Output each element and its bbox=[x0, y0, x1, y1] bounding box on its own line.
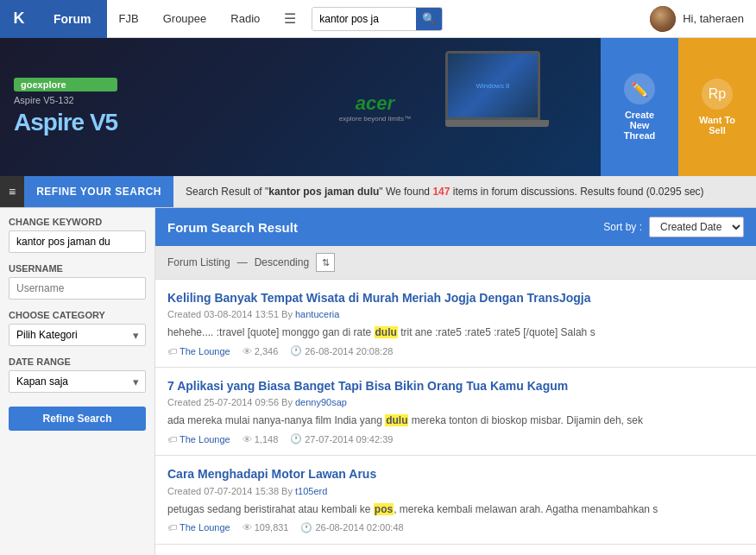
goexplore-label: goexplore bbox=[14, 78, 117, 91]
listing-label: Forum Listing bbox=[167, 256, 230, 268]
avatar bbox=[650, 6, 676, 32]
forum-item-excerpt: ada mereka mulai nanya-nanya film India … bbox=[167, 413, 744, 428]
banner: goexplore Aspire V5-132 Aspire V5 acer e… bbox=[0, 38, 756, 176]
forum-item-meta: Created 07-07-2014 15:38 By t105erd bbox=[167, 486, 744, 496]
category-section: CHOOSE CATEGORY Pilih Kategori bbox=[9, 310, 146, 346]
navbar: K Forum FJB Groupee Radio ☰ 🔍 Hi, tahera… bbox=[0, 0, 756, 38]
banner-acer-left: goexplore Aspire V5-132 Aspire V5 acer e… bbox=[0, 38, 601, 176]
forum-item-title[interactable]: 7 Aplikasi yang Biasa Banget Tapi Bisa B… bbox=[167, 378, 744, 394]
forum-item-footer: 🏷 The Lounge 👁 109,831 🕐 26-08-2014 02:0… bbox=[167, 522, 744, 533]
keyword-input[interactable] bbox=[9, 230, 146, 253]
username-section: USERNAME bbox=[9, 263, 146, 300]
sell-icon: Rp bbox=[702, 79, 733, 110]
list-icon[interactable]: ☰ bbox=[277, 10, 303, 27]
groupee-nav-item[interactable]: Groupee bbox=[151, 0, 219, 38]
site-logo[interactable]: K bbox=[0, 0, 38, 38]
forum-item-footer: 🏷 The Lounge 👁 2,346 🕐 26-08-2014 20:08:… bbox=[167, 345, 744, 356]
forum-item-footer: 🏷 The Lounge 👁 1,148 🕐 27-07-2014 09:42:… bbox=[167, 433, 744, 445]
clock-icon: 🕐 bbox=[290, 433, 302, 445]
forum-result-item: Cara Menghadapi Motor Lawan Arus Created… bbox=[155, 456, 756, 544]
category-label: CHOOSE CATEGORY bbox=[9, 310, 146, 320]
user-greeting: Hi, taheraen bbox=[683, 12, 744, 25]
forum-result-item: 7 Aplikasi yang Biasa Banget Tapi Bisa B… bbox=[155, 368, 756, 456]
forum-nav-item[interactable]: Forum bbox=[38, 0, 107, 38]
sort-label: Sort by : bbox=[603, 221, 642, 233]
content-area: Forum Search Result Sort by : Created Da… bbox=[155, 208, 756, 555]
aspire-model: Aspire V5-132 bbox=[14, 95, 117, 105]
forum-item-date: 🕐 26-08-2014 02:00:48 bbox=[300, 522, 403, 533]
listing-order: Descending bbox=[255, 256, 309, 268]
date-select[interactable]: Kapan saja bbox=[9, 370, 146, 393]
highlight: dulu bbox=[375, 326, 398, 338]
screen-text: Windows 8 bbox=[476, 82, 509, 90]
category-link[interactable]: The Lounge bbox=[180, 346, 230, 356]
eye-icon: 👁 bbox=[243, 346, 252, 356]
forum-item-title[interactable]: Cara Menghadapi Motor Lawan Arus bbox=[167, 466, 744, 482]
result-count: 147 bbox=[432, 186, 450, 198]
acer-logo-area: acer explore beyond limits™ bbox=[339, 92, 411, 123]
forum-result-item: 12 Nasihat di dunia kerja Created 29-06-… bbox=[155, 545, 756, 555]
date-select-wrap: Kapan saja bbox=[9, 370, 146, 393]
refine-search-button[interactable]: REFINE YOUR SEARCH bbox=[24, 176, 173, 207]
highlight: pos bbox=[374, 503, 394, 515]
date-label: DATE RANGE bbox=[9, 356, 146, 367]
laptop-screen: Windows 8 bbox=[445, 51, 540, 120]
listing-header: Forum Listing — Descending ⇅ bbox=[155, 246, 756, 280]
tabs-icon[interactable]: ≡ bbox=[0, 176, 24, 207]
highlight: dulu bbox=[385, 414, 408, 426]
forum-item-date: 🕐 27-07-2014 09:42:39 bbox=[290, 433, 393, 445]
forum-item-author[interactable]: hantuceria bbox=[295, 309, 339, 319]
refine-bar: ≡ REFINE YOUR SEARCH Search Result of "k… bbox=[0, 176, 756, 208]
keyword-section: CHANGE KEYWORD bbox=[9, 217, 146, 253]
search-button[interactable]: 🔍 bbox=[416, 7, 442, 31]
forum-item-author[interactable]: t105erd bbox=[295, 486, 327, 496]
create-thread-icon: ✏️ bbox=[624, 73, 655, 104]
sidebar: CHANGE KEYWORD USERNAME CHOOSE CATEGORY … bbox=[0, 208, 155, 555]
forum-item-author[interactable]: denny90sap bbox=[295, 397, 347, 407]
sort-select[interactable]: Created Date bbox=[649, 217, 744, 237]
category-link[interactable]: The Lounge bbox=[180, 434, 230, 445]
content-title: Forum Search Result bbox=[167, 220, 298, 235]
laptop-illustration: Windows 8 bbox=[445, 51, 549, 127]
tag-icon: 🏷 bbox=[167, 346, 177, 356]
acer-logo: acer bbox=[339, 92, 411, 115]
category-select[interactable]: Pilih Kategori bbox=[9, 324, 146, 346]
create-thread-label: Create New Thread bbox=[624, 110, 656, 141]
banner-right: ✏️ Create New Thread Rp Want To Sell bbox=[601, 38, 756, 176]
forum-item-views: 👁 1,148 bbox=[243, 434, 279, 445]
clock-icon: 🕐 bbox=[290, 345, 302, 356]
sort-icon[interactable]: ⇅ bbox=[316, 253, 335, 272]
user-menu[interactable]: Hi, taheraen bbox=[638, 6, 756, 32]
fjb-nav-item[interactable]: FJB bbox=[107, 0, 151, 38]
acer-tagline: explore beyond limits™ bbox=[339, 115, 411, 123]
laptop-screen-content: Windows 8 bbox=[448, 54, 538, 117]
want-to-sell-button[interactable]: Rp Want To Sell bbox=[678, 38, 756, 176]
tag-icon: 🏷 bbox=[167, 434, 177, 445]
category-link[interactable]: The Lounge bbox=[180, 522, 230, 533]
forum-item-category: 🏷 The Lounge bbox=[167, 522, 230, 533]
forum-item-views: 👁 109,831 bbox=[243, 522, 289, 533]
forum-item-category: 🏷 The Lounge bbox=[167, 346, 230, 356]
keyword-label: CHANGE KEYWORD bbox=[9, 217, 146, 227]
forum-item-views: 👁 2,346 bbox=[243, 346, 279, 356]
search-bar: 🔍 bbox=[312, 7, 443, 31]
radio-nav-item[interactable]: Radio bbox=[218, 0, 272, 38]
username-input[interactable] bbox=[9, 277, 146, 300]
eye-icon: 👁 bbox=[243, 434, 252, 445]
content-header: Forum Search Result Sort by : Created Da… bbox=[155, 208, 756, 246]
forum-item-meta: Created 25-07-2014 09:56 By denny90sap bbox=[167, 397, 744, 407]
search-input[interactable] bbox=[312, 7, 416, 31]
forum-item-title[interactable]: Keliling Banyak Tempat Wisata di Murah M… bbox=[167, 290, 744, 306]
banner-logo-area: goexplore Aspire V5-132 Aspire V5 bbox=[14, 78, 117, 136]
tag-icon: 🏷 bbox=[167, 522, 177, 533]
forum-item-date: 🕐 26-08-2014 20:08:28 bbox=[290, 345, 393, 356]
create-thread-button[interactable]: ✏️ Create New Thread bbox=[601, 38, 678, 176]
category-select-wrap: Pilih Kategori bbox=[9, 324, 146, 346]
avatar-image bbox=[650, 6, 676, 32]
sidebar-refine-button[interactable]: Refine Search bbox=[9, 407, 146, 431]
laptop-base bbox=[445, 120, 549, 127]
forum-item-excerpt: petugas sedang beristirahat atau kembali… bbox=[167, 501, 744, 517]
eye-icon: 👁 bbox=[243, 522, 252, 533]
forum-item-category: 🏷 The Lounge bbox=[167, 434, 230, 445]
forum-result-item: Keliling Banyak Tempat Wisata di Murah M… bbox=[155, 280, 756, 368]
